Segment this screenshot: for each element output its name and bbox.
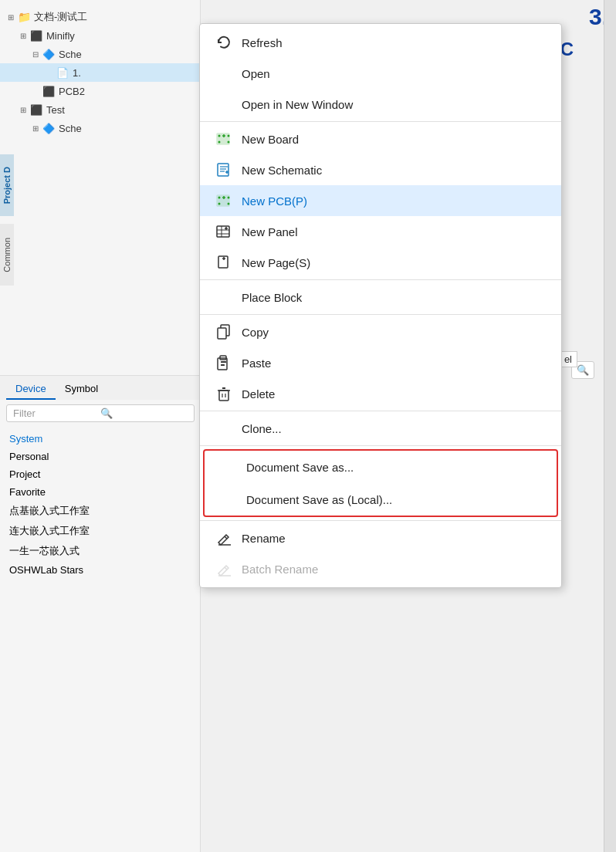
expand-icon-sche2[interactable]: ⊞ [31,123,40,133]
menu-item-open[interactable]: Open [200,58,561,89]
menu-item-new-board[interactable]: New Board [200,123,561,154]
lib-favorite[interactable]: Favorite [0,483,201,501]
expand-icon-test[interactable]: ⊞ [19,105,28,114]
lib-dianji[interactable]: 点基嵌入式工作室 [0,501,201,521]
menu-item-delete[interactable]: Delete [200,378,561,409]
new-panel-label: New Panel [242,225,298,238]
open-new-window-label: Open in New Window [242,98,353,111]
svg-point-1 [218,135,221,137]
pcb-icon3: ⬛ [29,103,43,117]
doc1-label: 1. [73,67,81,79]
pcb-icon2: ⬛ [42,84,56,98]
minifly-label: Minifly [46,30,75,42]
expand-icon[interactable]: ⊟ [31,49,40,59]
rename-label: Rename [242,532,286,545]
scrollbar[interactable] [604,0,616,852]
new-board-icon [214,130,234,147]
doc-save-as-icon [218,458,239,475]
context-menu: Refresh Open Open in New Window New Boar… [199,23,562,588]
tree-item-sche2[interactable]: ⊞ 🔷 Sche [0,119,200,137]
menu-item-paste[interactable]: Paste [200,347,561,378]
tab-symbol[interactable]: Symbol [56,379,107,400]
library-tabs: Device Symbol Filter 🔍 System Personal P… [0,375,201,582]
filter-bar: Filter 🔍 [0,400,201,427]
tree-item-doc1[interactable]: 📄 1. [0,63,200,82]
menu-item-place-block[interactable]: Place Block [200,282,561,313]
new-pcb-label: New PCB(P) [242,194,307,208]
sch-icon2: 🔷 [42,121,56,135]
menu-item-refresh[interactable]: Refresh [200,27,561,58]
new-schematic-label: New Schematic [242,164,322,177]
svg-point-17 [228,203,230,205]
separator-4 [200,411,561,411]
tab-device[interactable]: Device [6,379,56,400]
tree-item-folder[interactable]: ⊞ 📁 文档-测试工 [0,8,200,26]
lib-yisheng[interactable]: 一生一芯嵌入式 [0,541,201,561]
menu-item-copy[interactable]: Copy [200,316,561,347]
menu-item-new-panel[interactable]: New Panel [200,216,561,247]
menu-item-doc-save-local[interactable]: Document Save as (Local)... [205,483,557,516]
clone-icon [214,420,234,437]
lib-oshwlab[interactable]: OSHWLab Stars [0,561,201,579]
svg-point-16 [228,197,230,199]
place-block-label: Place Block [242,291,302,304]
expand-icon[interactable]: ⊞ [19,31,28,40]
filter-placeholder: Filter [13,407,100,419]
rename-icon [214,529,234,546]
menu-item-rename[interactable]: Rename [200,522,561,553]
separator-2 [200,279,561,280]
delete-icon [214,385,234,402]
pcb2-label: PCB2 [59,86,85,97]
place-block-icon [214,289,234,306]
test-label: Test [46,104,65,116]
lib-project[interactable]: Project [0,465,201,483]
lib-personal[interactable]: Personal [0,448,201,465]
tree-item-sche1[interactable]: ⊟ 🔷 Sche [0,45,200,63]
svg-line-42 [225,567,227,570]
menu-item-new-pages[interactable]: New Page(S) [200,247,561,278]
batch-rename-label: Batch Rename [242,563,318,576]
tree-item-test[interactable]: ⊞ ⬛ Test [0,100,200,119]
menu-item-clone[interactable]: Clone... [200,413,561,444]
common-label: Common [0,224,14,286]
sche1-label: Sche [59,49,82,60]
separator-1 [200,121,561,122]
sch-icon: 🔷 [42,47,56,61]
batch-rename-icon [214,560,234,577]
lib-system[interactable]: System [0,430,201,448]
svg-rect-35 [219,390,228,401]
new-pages-icon [214,254,234,271]
menu-item-open-new-window[interactable]: Open in New Window [200,89,561,120]
separator-5 [200,445,561,446]
library-list: System Personal Project Favorite 点基嵌入式工作… [0,427,201,582]
tree-item-minifly[interactable]: ⊞ ⬛ Minifly [0,26,200,45]
paste-label: Paste [242,357,271,370]
svg-rect-7 [218,164,228,176]
doc-icon: 📄 [56,66,69,79]
filter-input-row[interactable]: Filter 🔍 [6,404,195,422]
lib-lianda[interactable]: 连大嵌入式工作室 [0,521,201,541]
menu-item-new-schematic[interactable]: New Schematic [200,154,561,185]
expand-icon[interactable]: ⊞ [6,12,15,22]
refresh-icon [214,34,234,51]
open-new-window-icon [214,96,234,113]
tree-item-pcb2[interactable]: ⬛ PCB2 [0,82,200,100]
pcb-icon: ⬛ [29,29,43,42]
refresh-label: Refresh [242,36,283,49]
sche2-label: Sche [59,123,82,134]
doc-save-as-label: Document Save as... [246,461,354,474]
svg-point-15 [218,203,221,205]
menu-item-batch-rename[interactable]: Batch Rename [200,553,561,584]
right-subtitle: C [560,39,574,60]
svg-point-3 [228,135,230,137]
new-schematic-icon [214,161,234,178]
project-d-label: Project D [0,154,14,216]
menu-item-doc-save-as[interactable]: Document Save as... [205,451,557,483]
doc-save-local-label: Document Save as (Local)... [246,493,392,506]
folder-label: 文档-测试工 [34,10,87,24]
delete-label: Delete [242,387,275,401]
svg-point-2 [218,141,221,144]
tab-bar: Device Symbol [0,375,201,400]
menu-item-new-pcb[interactable]: New PCB(P) [200,185,561,216]
separator-3 [200,314,561,315]
